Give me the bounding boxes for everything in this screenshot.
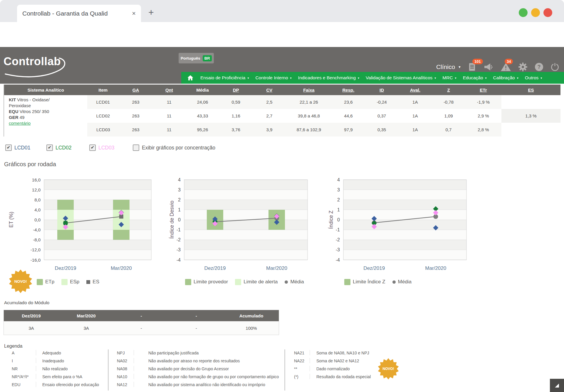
traffic-light-icon[interactable] <box>519 8 528 17</box>
legend-label: ETp <box>45 279 54 285</box>
table-row: KIT Vitros - Oxidase/PeroxidaseEQU Vitro… <box>4 95 560 109</box>
legend-swatch <box>61 279 68 285</box>
chart-1: 16,012,08,04,00,0-4,0-8,0-12,0-16,0Dez/2… <box>16 176 153 273</box>
svg-text:-8,0: -8,0 <box>33 237 41 242</box>
checkbox-box[interactable] <box>133 144 139 151</box>
svg-text:-1: -1 <box>336 227 340 232</box>
table-row: 3A3A--100% <box>4 321 279 335</box>
tab-close-icon[interactable]: × <box>132 10 136 17</box>
nav-item-label: Ensaio de Proficiência <box>200 75 245 80</box>
nav-item-3[interactable]: Indicadores e Benchmarking▾ <box>295 75 362 80</box>
legend-description: Dado normalizado <box>310 366 350 371</box>
legend-code: A <box>12 350 36 355</box>
checkbox-box[interactable]: ✔ <box>89 144 96 151</box>
help-icon[interactable]: ? <box>535 63 543 71</box>
svg-text:-4,0: -4,0 <box>33 227 41 232</box>
checkbox-label: LCD01 <box>14 145 30 151</box>
documents-icon[interactable]: 101 <box>468 62 476 72</box>
window-controls[interactable] <box>519 8 552 17</box>
legend-code: NR*/A*/I* <box>12 374 36 379</box>
checkbox-box[interactable]: ✔ <box>46 144 53 151</box>
column-header[interactable]: Faixa <box>286 85 332 95</box>
settings-icon[interactable] <box>518 62 528 72</box>
home-icon[interactable] <box>185 75 196 81</box>
column-header[interactable]: DP <box>219 85 253 95</box>
chart-2-ylabel: Índice de Desvio <box>169 201 175 238</box>
chevron-down-icon: ▾ <box>485 76 487 80</box>
svg-text:NOVO!: NOVO! <box>382 367 394 371</box>
legend-item: ES <box>86 279 99 285</box>
table-cell: 44,6 <box>332 109 365 123</box>
chevron-down-icon: ▾ <box>434 76 436 80</box>
megaphone-icon[interactable] <box>484 63 494 71</box>
svg-text:Mar/2020: Mar/2020 <box>266 265 287 271</box>
column-header[interactable]: ES <box>501 85 560 95</box>
browser-tab[interactable]: Controllab - Garantia da Qualid × <box>17 5 141 22</box>
table-header-row: Sistema AnalíticoItemGAQntMédiaDPCVFaixa… <box>4 85 560 95</box>
column-header[interactable]: GA <box>119 85 152 95</box>
table-cell: 2,5 <box>253 95 286 109</box>
logout-icon[interactable] <box>550 63 559 71</box>
nav-item-6[interactable]: Educação▾ <box>460 75 490 80</box>
checkbox-lcd02[interactable]: ✔LCD02 <box>46 144 71 151</box>
analytical-system-cell: KIT Vitros - Oxidase/PeroxidaseEQU Vitro… <box>4 95 87 137</box>
language-selector[interactable]: Português BR <box>179 53 214 63</box>
table-cell: 11 <box>152 123 186 137</box>
divider <box>108 349 109 391</box>
table-cell: 1A <box>398 123 432 137</box>
column-header[interactable]: ID <box>365 85 399 95</box>
traffic-light-icon[interactable] <box>531 8 540 17</box>
legend-code: NA10 <box>117 374 134 379</box>
legend-code: EDU <box>12 382 36 387</box>
nav-item-1[interactable]: Ensaio de Proficiência▾ <box>197 75 252 80</box>
nav-item-4[interactable]: Validação de Sistemas Analíticos▾ <box>362 75 439 80</box>
column-header[interactable]: Z <box>432 85 465 95</box>
legend-row: NPJNão participação justificada <box>117 350 279 358</box>
table-cell: LCD02 <box>87 109 119 123</box>
chevron-down-icon: ▾ <box>358 76 359 80</box>
table-cell: 11 <box>152 95 186 109</box>
nav-item-5[interactable]: MRC▾ <box>439 75 459 80</box>
new-tab-button[interactable]: + <box>148 7 154 18</box>
profile-menu[interactable]: Clínico ▼ <box>436 63 461 70</box>
table-cell: 1A <box>398 109 432 123</box>
checkbox-exibir-gr-ficos-por-concentra-o[interactable]: Exibir gráficos por concentração <box>133 144 215 151</box>
legend-code: ** <box>294 366 310 371</box>
alerts-icon[interactable]: 34 <box>501 62 511 72</box>
svg-text:Mar/2020: Mar/2020 <box>111 265 132 271</box>
table-cell: - <box>114 321 169 335</box>
table-cell: 263 <box>119 95 152 109</box>
nav-item-7[interactable]: Calibração▾ <box>490 75 522 80</box>
svg-text:4: 4 <box>178 177 181 182</box>
language-badge: BR <box>203 55 212 61</box>
chart-1-legend: ETpESpES <box>37 278 99 285</box>
table-cell: 0,35 <box>365 123 399 137</box>
nav-item-8[interactable]: Outros▾ <box>522 75 545 80</box>
table-cell: 22,1 a 26 <box>286 95 332 109</box>
column-header[interactable]: Qnt <box>152 85 186 95</box>
legend-label: ES <box>93 279 99 285</box>
legend-swatch <box>285 280 288 284</box>
checkbox-box[interactable]: ✔ <box>5 144 12 151</box>
legend-code: NA08 <box>117 366 134 371</box>
table-cell: 97,9 <box>332 123 365 137</box>
app-logo[interactable]: Controllab <box>4 55 61 68</box>
legend-item: ETp <box>37 279 54 285</box>
column-header[interactable]: Aval. <box>398 85 432 95</box>
checkbox-lcd01[interactable]: ✔LCD01 <box>5 144 30 151</box>
table-cell: 39,8 a 46,8 <box>286 109 332 123</box>
traffic-light-icon[interactable] <box>543 8 552 17</box>
table-cell: 1A <box>398 95 432 109</box>
column-header[interactable]: CV <box>253 85 286 95</box>
chart-3-ylabel: Índice Z <box>328 211 334 229</box>
svg-text:-12,0: -12,0 <box>31 247 41 252</box>
scroll-top-button[interactable] <box>550 379 564 392</box>
column-header[interactable]: Resp. <box>332 85 365 95</box>
table-cell: 3A <box>4 321 59 335</box>
nav-item-2[interactable]: Controle Interno▾ <box>252 75 295 80</box>
legend-code: NR <box>12 366 36 371</box>
legend-description: Não avaliado por sistema analítico não i… <box>134 382 265 387</box>
checkbox-lcd03[interactable]: ✔LCD03 <box>89 144 114 151</box>
comment-link[interactable]: comentário <box>9 121 31 126</box>
column-header[interactable]: ETr <box>465 85 501 95</box>
